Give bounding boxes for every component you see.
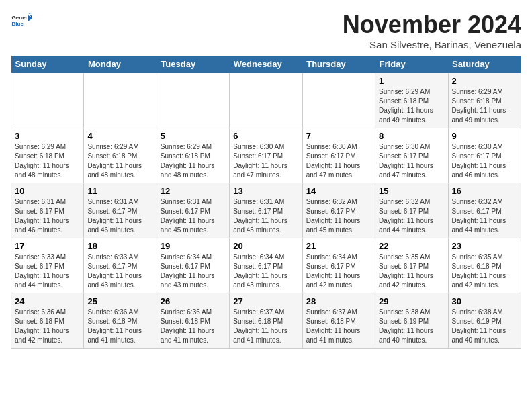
week-row-4: 17Sunrise: 6:33 AM Sunset: 6:17 PM Dayli… [11,238,521,293]
calendar-cell: 10Sunrise: 6:31 AM Sunset: 6:17 PM Dayli… [11,183,84,238]
week-row-5: 24Sunrise: 6:36 AM Sunset: 6:18 PM Dayli… [11,293,521,349]
cell-content: Sunrise: 6:29 AM Sunset: 6:18 PM Dayligh… [87,142,152,180]
calendar-cell: 4Sunrise: 6:29 AM Sunset: 6:18 PM Daylig… [84,128,157,183]
calendar-cell: 5Sunrise: 6:29 AM Sunset: 6:18 PM Daylig… [157,128,229,183]
calendar-cell: 9Sunrise: 6:30 AM Sunset: 6:17 PM Daylig… [448,128,521,183]
day-number: 6 [233,131,298,141]
calendar-cell [230,73,302,128]
cell-content: Sunrise: 6:33 AM Sunset: 6:17 PM Dayligh… [87,253,152,290]
calendar-cell: 14Sunrise: 6:32 AM Sunset: 6:17 PM Dayli… [302,183,375,238]
day-number: 9 [452,131,517,141]
calendar-cell [11,73,84,128]
day-number: 25 [87,296,152,306]
day-number: 24 [15,296,80,306]
calendar-cell: 8Sunrise: 6:30 AM Sunset: 6:17 PM Daylig… [375,128,448,183]
day-number: 7 [306,131,371,141]
cell-content: Sunrise: 6:37 AM Sunset: 6:18 PM Dayligh… [306,308,371,345]
weekday-header-sunday: Sunday [11,56,84,73]
day-number: 3 [15,131,80,141]
month-title: November 2024 [343,11,521,39]
cell-content: Sunrise: 6:36 AM Sunset: 6:18 PM Dayligh… [161,308,226,345]
calendar-cell: 21Sunrise: 6:34 AM Sunset: 6:17 PM Dayli… [302,238,375,293]
cell-content: Sunrise: 6:32 AM Sunset: 6:17 PM Dayligh… [306,197,371,235]
cell-content: Sunrise: 6:34 AM Sunset: 6:17 PM Dayligh… [233,253,298,290]
calendar-cell: 23Sunrise: 6:35 AM Sunset: 6:18 PM Dayli… [448,238,521,293]
calendar-cell: 15Sunrise: 6:32 AM Sunset: 6:17 PM Dayli… [375,183,448,238]
day-number: 29 [379,296,444,306]
cell-content: Sunrise: 6:29 AM Sunset: 6:18 PM Dayligh… [161,142,226,180]
logo-icon: General Blue [11,11,32,32]
calendar-cell: 25Sunrise: 6:36 AM Sunset: 6:18 PM Dayli… [84,293,157,349]
day-number: 30 [452,296,517,306]
calendar-cell: 12Sunrise: 6:31 AM Sunset: 6:17 PM Dayli… [157,183,229,238]
weekday-header-monday: Monday [84,56,157,73]
header: General Blue November 2024 San Silvestre… [11,11,521,50]
cell-content: Sunrise: 6:31 AM Sunset: 6:17 PM Dayligh… [161,197,226,235]
cell-content: Sunrise: 6:30 AM Sunset: 6:17 PM Dayligh… [233,142,298,180]
calendar-cell [302,73,375,128]
day-number: 26 [161,296,226,306]
calendar-cell: 13Sunrise: 6:31 AM Sunset: 6:17 PM Dayli… [230,183,302,238]
weekday-header-row: SundayMondayTuesdayWednesdayThursdayFrid… [11,56,521,73]
cell-content: Sunrise: 6:34 AM Sunset: 6:17 PM Dayligh… [161,253,226,290]
day-number: 20 [233,241,298,251]
calendar-cell: 19Sunrise: 6:34 AM Sunset: 6:17 PM Dayli… [157,238,229,293]
day-number: 14 [306,186,371,196]
calendar-cell [157,73,229,128]
weekday-header-thursday: Thursday [302,56,375,73]
cell-content: Sunrise: 6:29 AM Sunset: 6:18 PM Dayligh… [15,142,80,180]
day-number: 23 [452,241,517,251]
cell-content: Sunrise: 6:29 AM Sunset: 6:18 PM Dayligh… [379,87,444,125]
calendar-cell: 30Sunrise: 6:38 AM Sunset: 6:19 PM Dayli… [448,293,521,349]
calendar-cell: 7Sunrise: 6:30 AM Sunset: 6:17 PM Daylig… [302,128,375,183]
cell-content: Sunrise: 6:31 AM Sunset: 6:17 PM Dayligh… [87,197,152,235]
cell-content: Sunrise: 6:30 AM Sunset: 6:17 PM Dayligh… [306,142,371,180]
day-number: 18 [87,241,152,251]
calendar-cell: 16Sunrise: 6:32 AM Sunset: 6:17 PM Dayli… [448,183,521,238]
cell-content: Sunrise: 6:31 AM Sunset: 6:17 PM Dayligh… [15,197,80,235]
calendar-cell: 20Sunrise: 6:34 AM Sunset: 6:17 PM Dayli… [230,238,302,293]
day-number: 19 [161,241,226,251]
cell-content: Sunrise: 6:34 AM Sunset: 6:17 PM Dayligh… [306,253,371,290]
cell-content: Sunrise: 6:35 AM Sunset: 6:17 PM Dayligh… [379,253,444,290]
cell-content: Sunrise: 6:38 AM Sunset: 6:19 PM Dayligh… [379,308,444,345]
cell-content: Sunrise: 6:36 AM Sunset: 6:18 PM Dayligh… [15,308,80,345]
cell-content: Sunrise: 6:38 AM Sunset: 6:19 PM Dayligh… [452,308,517,345]
day-number: 12 [161,186,226,196]
weekday-header-saturday: Saturday [448,56,521,73]
calendar-cell: 18Sunrise: 6:33 AM Sunset: 6:17 PM Dayli… [84,238,157,293]
day-number: 4 [87,131,152,141]
logo: General Blue [11,11,32,32]
calendar-cell: 24Sunrise: 6:36 AM Sunset: 6:18 PM Dayli… [11,293,84,349]
day-number: 17 [15,241,80,251]
calendar-cell: 29Sunrise: 6:38 AM Sunset: 6:19 PM Dayli… [375,293,448,349]
cell-content: Sunrise: 6:31 AM Sunset: 6:17 PM Dayligh… [233,197,298,235]
day-number: 13 [233,186,298,196]
location: San Silvestre, Barinas, Venezuela [343,39,521,50]
weekday-header-tuesday: Tuesday [157,56,229,73]
cell-content: Sunrise: 6:35 AM Sunset: 6:18 PM Dayligh… [452,253,517,290]
cell-content: Sunrise: 6:36 AM Sunset: 6:18 PM Dayligh… [87,308,152,345]
day-number: 15 [379,186,444,196]
day-number: 22 [379,241,444,251]
week-row-2: 3Sunrise: 6:29 AM Sunset: 6:18 PM Daylig… [11,128,521,183]
calendar-cell: 22Sunrise: 6:35 AM Sunset: 6:17 PM Dayli… [375,238,448,293]
cell-content: Sunrise: 6:29 AM Sunset: 6:18 PM Dayligh… [452,87,517,125]
cell-content: Sunrise: 6:30 AM Sunset: 6:17 PM Dayligh… [452,142,517,180]
calendar-table: SundayMondayTuesdayWednesdayThursdayFrid… [11,56,521,349]
calendar-cell: 2Sunrise: 6:29 AM Sunset: 6:18 PM Daylig… [448,73,521,128]
svg-text:Blue: Blue [12,21,24,27]
cell-content: Sunrise: 6:33 AM Sunset: 6:17 PM Dayligh… [15,253,80,290]
weekday-header-friday: Friday [375,56,448,73]
cell-content: Sunrise: 6:37 AM Sunset: 6:18 PM Dayligh… [233,308,298,345]
day-number: 1 [379,76,444,86]
day-number: 8 [379,131,444,141]
calendar-cell: 27Sunrise: 6:37 AM Sunset: 6:18 PM Dayli… [230,293,302,349]
title-area: November 2024 San Silvestre, Barinas, Ve… [343,11,521,50]
day-number: 16 [452,186,517,196]
day-number: 2 [452,76,517,86]
day-number: 27 [233,296,298,306]
calendar-cell: 1Sunrise: 6:29 AM Sunset: 6:18 PM Daylig… [375,73,448,128]
cell-content: Sunrise: 6:30 AM Sunset: 6:17 PM Dayligh… [379,142,444,180]
day-number: 10 [15,186,80,196]
